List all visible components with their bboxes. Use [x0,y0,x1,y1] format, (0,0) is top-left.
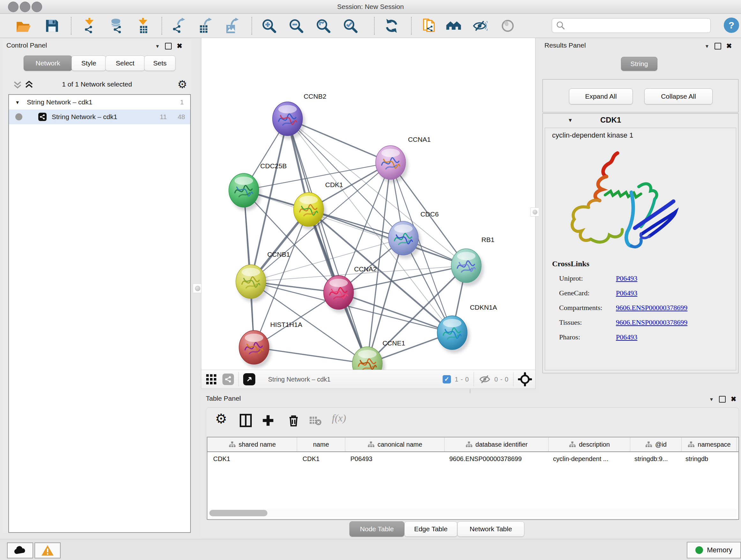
network-collection-row[interactable]: ▼ String Network – cdk1 1 [9,95,190,110]
column-header--id[interactable]: @id [630,437,682,451]
birds-eye-view-icon[interactable] [243,373,255,385]
crosslink-row: Tissues:9606.ENSP00000378699 [559,315,731,330]
zoom-selected-icon[interactable] [342,18,358,34]
search-icon [555,20,566,31]
grid-mode-icon[interactable] [205,373,217,385]
table-gear-icon[interactable]: ⚙ [215,411,227,427]
crosslink-label: Tissues: [559,318,616,327]
function-builder-icon[interactable]: f(x) [332,412,346,424]
refresh-icon[interactable] [384,18,400,34]
eye-icon[interactable] [500,18,516,34]
results-panel-collapse-icon[interactable]: ▼ [704,44,710,49]
scrollbar-thumb[interactable] [209,510,267,516]
column-header-description[interactable]: description [549,437,630,451]
column-header-shared-name[interactable]: shared name [207,437,297,451]
network-canvas[interactable]: CCNB2CCNA1CDC25BCDK1CDC6RB1CCNB1CCNA2CDK… [201,38,536,370]
hidden-eye-icon[interactable] [478,373,491,386]
delete-table-icon[interactable] [309,414,322,428]
node-label-CCNE1: CCNE1 [382,339,405,347]
tab-node-table[interactable]: Node Table [349,521,404,537]
save-session-icon[interactable] [44,18,60,34]
help-button[interactable]: ? [724,17,739,33]
pan-crosshair-icon[interactable] [518,372,532,386]
network-list: ▼ String Network – cdk1 1 String Network… [8,94,191,533]
cloud-button[interactable] [7,543,33,558]
tab-network-table[interactable]: Network Table [457,521,524,537]
collapse-all-button[interactable]: Collapse All [644,88,713,105]
results-panel-float-icon[interactable] [715,43,721,50]
node-RB1[interactable]: RB1 [451,236,494,286]
results-panel-close-icon[interactable]: ✖ [726,42,732,50]
table-panel-float-icon[interactable] [719,396,726,402]
column-header-namespace[interactable]: namespace [682,437,737,451]
crosslink-link[interactable]: P06493 [616,333,637,341]
import-network-icon[interactable] [82,18,98,34]
expander-icon[interactable]: ▼ [9,100,20,105]
homes-icon[interactable] [446,18,461,34]
toolbar-separator [411,17,412,35]
tab-style[interactable]: Style [71,56,106,71]
network-options-gear-icon[interactable]: ⚙ [178,78,187,91]
show-columns-icon[interactable] [239,414,253,428]
export-image-icon[interactable] [225,18,241,34]
delete-column-icon[interactable] [286,414,300,428]
tab-select[interactable]: Select [105,56,145,71]
zoom-out-icon[interactable] [288,18,304,34]
table-panel-close-icon[interactable]: ✖ [731,395,737,403]
search-input[interactable] [567,22,706,29]
node-label-CCNA1: CCNA1 [408,136,430,143]
network-graph: CCNB2CCNA1CDC25BCDK1CDC6RB1CCNB1CCNA2CDK… [201,38,535,370]
control-panel-float-icon[interactable] [165,43,172,50]
hide-unhide-icon[interactable] [472,18,488,34]
gene-expander-icon[interactable]: ▼ [568,118,573,123]
import-network-from-database-icon[interactable] [109,18,125,34]
crosslink-link[interactable]: 9606.ENSP00000378699 [616,304,687,312]
zoom-in-icon[interactable] [261,18,277,34]
control-panel-close-icon[interactable]: ✖ [177,42,183,50]
selected-counts: 1 - 0 [455,376,469,383]
view-network-icon[interactable] [222,374,234,385]
control-panel-collapse-icon[interactable]: ▼ [155,44,160,49]
tab-edge-table[interactable]: Edge Table [404,521,457,537]
expand-all-button[interactable]: Expand All [569,88,633,105]
hierarchy-icon [228,441,235,448]
node-CDC6[interactable]: CDC6 [388,210,439,259]
open-session-icon[interactable] [15,18,31,34]
string-app-icon[interactable] [421,18,436,34]
export-table-icon[interactable] [198,18,214,34]
crosslink-link[interactable]: P06493 [616,289,637,297]
right-splitter-handle[interactable] [530,207,539,216]
import-table-icon[interactable] [135,18,151,34]
add-column-icon[interactable] [261,414,275,428]
network-row[interactable]: String Network – cdk1 11 48 [9,110,190,124]
table-horizontal-scrollbar[interactable] [208,509,737,517]
node-label-CDC25B: CDC25B [260,162,287,170]
window-title: Session: New Session [0,3,741,10]
table-panel-collapse-icon[interactable]: ▼ [709,396,714,402]
gene-description: cyclin-dependent kinase 1 [552,131,633,139]
node-CCNA1[interactable]: CCNA1 [376,136,431,183]
search-box[interactable] [552,18,711,33]
results-panel-title: Results Panel [544,42,586,49]
warnings-button[interactable] [35,543,61,558]
toolbar-separator [161,17,162,35]
node-HIST1H1A[interactable]: HIST1H1A [239,321,302,368]
node-CDC25B[interactable]: CDC25B [229,162,286,211]
node-CDK1[interactable]: CDK1 [293,181,343,230]
column-header-database-identifier[interactable]: database identifier [445,437,549,451]
zoom-fit-icon[interactable] [315,18,331,34]
tab-network[interactable]: Network [23,56,72,71]
node-CDKN1A[interactable]: CDKN1A [437,304,497,353]
tab-string[interactable]: String [621,57,657,71]
results-panel: Results Panel ▼ ✖ String Expand All Coll… [539,39,741,393]
memory-button[interactable]: Memory [687,542,741,558]
table-row[interactable]: CDK1CDK1P064939606.ENSP00000378699cyclin… [207,452,738,465]
selected-checkbox-icon[interactable]: ✓ [443,375,451,383]
column-header-canonical-name[interactable]: canonical name [345,437,445,451]
export-network-icon[interactable] [171,18,187,34]
column-header-name[interactable]: name [297,437,345,451]
crosslink-link[interactable]: 9606.ENSP00000378699 [616,318,687,327]
crosslink-link[interactable]: P06493 [616,274,637,283]
tab-sets[interactable]: Sets [144,56,176,71]
gene-title: CDK1 [600,116,621,125]
